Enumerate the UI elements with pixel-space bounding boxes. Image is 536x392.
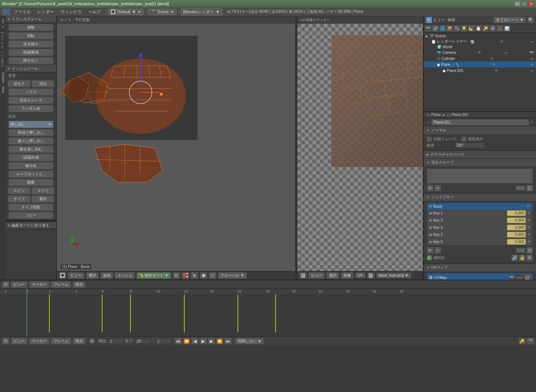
scene-selector[interactable]: 🎬 Scene ✕ (148, 9, 176, 15)
uvmap-special[interactable]: ◻ (524, 274, 531, 280)
image-selector[interactable]: base_man.png ▼ (376, 273, 411, 278)
btn-smooth[interactable]: 頂点スムーズ (8, 96, 54, 104)
btn-select[interactable]: 選択 (86, 272, 99, 279)
btn-screw[interactable]: スクリ (31, 187, 54, 194)
edit-mode-header[interactable]: 編集モードに切り替え (6, 222, 56, 229)
mesh-tools-header[interactable]: メッシュツール (6, 65, 56, 72)
cursor-icon[interactable]: 🖱 (191, 272, 198, 279)
btn-view[interactable]: ビュー (68, 272, 84, 279)
rel-icon1[interactable]: 🔗 (511, 254, 518, 261)
sk-key2-eye[interactable]: 👁 (527, 233, 531, 237)
sk-key3[interactable]: ⬟ Key 3 0.000 👁 (427, 217, 533, 224)
rp-tab-10[interactable]: ⚙ (489, 25, 496, 32)
normal-header[interactable]: ノーマル (424, 127, 536, 134)
eye-camera[interactable]: 👁 (477, 50, 482, 55)
tree-plane[interactable]: ◼ Plane | 🔧 👁 ➔ (424, 61, 536, 67)
magnet-icon[interactable]: 🧲 (182, 272, 189, 279)
tl-icon1[interactable]: 🔑 (518, 338, 526, 345)
end-input[interactable]: 24 (135, 338, 150, 344)
sk-key2-value[interactable]: 0.000 (507, 232, 526, 237)
sk-basis[interactable]: ⬟ Basis 👁 (427, 203, 533, 210)
tree-render-layer[interactable]: 📋 レンダーレイヤー 🔘 👁 ➔ (424, 38, 536, 44)
btn-next-key[interactable]: ⏩ (216, 338, 224, 345)
rp-tab-8[interactable]: 📋 (475, 25, 482, 32)
btn-jump-start[interactable]: ⏮ (175, 338, 182, 345)
sk-add[interactable]: + (427, 247, 433, 254)
uv-icon[interactable]: 🖼 (299, 272, 307, 279)
close-button[interactable]: ✕ (528, 1, 534, 6)
tab-misc[interactable]: Misc (1, 85, 5, 94)
vg-remove[interactable]: − (434, 185, 441, 191)
rp-tab-3[interactable]: 🌐 (439, 25, 446, 32)
tab-su[interactable]: ス (0, 25, 6, 31)
sk-key5-eye[interactable]: 👁 (527, 240, 531, 244)
scene-dropdown[interactable]: 全てのシーン ▼ (493, 17, 526, 23)
btn-tl-view[interactable]: ビュー (11, 281, 28, 288)
btn-tl-play[interactable]: 再生 (73, 281, 86, 288)
sk-key1-value[interactable]: 0.000 (507, 210, 526, 216)
blender-icon[interactable]: 🔵 (2, 8, 10, 15)
sk-key4[interactable]: ⬟ Key 4 0.000 👁 (427, 224, 533, 231)
btn-rotate[interactable]: 回転 (8, 32, 54, 40)
window-controls[interactable]: — □ ✕ (515, 1, 534, 6)
eye-plane001[interactable]: 👁 (494, 68, 499, 73)
btn-duplicate[interactable]: 複製 (8, 179, 54, 186)
rp-search-icon[interactable]: 🔍 (527, 17, 534, 23)
sk-basis-eye[interactable]: 👁 (525, 204, 531, 209)
minimize-button[interactable]: — (515, 1, 521, 6)
uv-mode-icon[interactable]: 🖼 (367, 272, 375, 279)
start-input[interactable]: 1 (109, 338, 124, 344)
current-frame[interactable]: 1 (156, 338, 171, 344)
btn-uv-uv[interactable]: UV (355, 273, 366, 278)
object-name-input[interactable]: Plane.001 (431, 119, 529, 126)
btn-tl-marker[interactable]: マーカー (29, 281, 49, 288)
tab-uv[interactable]: UV (1, 18, 5, 25)
eye-cylinder[interactable]: 👁 (489, 56, 495, 61)
snap-icon[interactable]: ⊙ (173, 272, 180, 279)
sk-key5-value[interactable]: 0.000 (507, 239, 526, 245)
btn-tl-play2[interactable]: 再生 (73, 338, 86, 345)
btn-tl-frame2[interactable]: フレーム (51, 338, 71, 345)
rp-view-label[interactable]: ビュー (433, 17, 445, 23)
tab-special[interactable]: スペシャル (0, 32, 5, 51)
sk-key1-eye[interactable]: 👁 (527, 211, 531, 215)
tree-plane001[interactable]: ◼ Plane.001 👁 ➔ (424, 67, 536, 74)
auto-smooth-checkbox[interactable] (427, 136, 432, 142)
btn-copy[interactable]: コピー (8, 212, 54, 219)
btn-edge[interactable]: 辺をス (8, 80, 31, 87)
texture-space-header[interactable]: テクスチャスペース (424, 151, 536, 158)
tree-cylinder[interactable]: ⬡ Cylinder 👁 ➔ (424, 55, 536, 61)
menu-help[interactable]: ヘルプ (85, 8, 104, 15)
arrow-cylinder[interactable]: ➔ (529, 56, 534, 61)
rp-search-label[interactable]: 検索 (448, 17, 455, 23)
btn-spin[interactable]: スピン (8, 187, 31, 194)
rp-tab-1[interactable]: 📷 (425, 25, 432, 32)
angle-input[interactable]: 180° (455, 142, 485, 148)
tl-icon[interactable]: ⏱ (2, 281, 9, 288)
rp-tab-11[interactable]: 🔺 (496, 25, 503, 32)
sk-key2[interactable]: ⬟ Key 2 0.000 👁 (427, 231, 533, 238)
engine-selector[interactable]: Blenderレンダー ▼ (181, 8, 222, 15)
workspace-selector[interactable]: 🔳 Default ▼ ✕ (108, 9, 144, 15)
arrow-plane001[interactable]: ➔ (529, 68, 534, 73)
btn-next-frame[interactable]: ▶ (208, 338, 215, 345)
sk-remove[interactable]: − (434, 247, 441, 254)
lasso-icon[interactable]: ⬡ (209, 272, 216, 279)
arrow-camera[interactable]: ➔ (503, 50, 508, 55)
breadcrumb-plane[interactable]: Plane (431, 113, 441, 117)
transform-selector[interactable]: グローバル▼ (218, 272, 247, 279)
uvmap-uvmap[interactable]: 🖼 UVMap 📷 —— ◻ (427, 273, 533, 280)
rel-close[interactable]: ✕ (526, 254, 533, 261)
btn-random[interactable]: ランダム化 (8, 105, 54, 112)
btn-uv-view[interactable]: ビュー (308, 272, 325, 279)
sk-key1[interactable]: ⬟ Key 1 0.000 👁 (427, 210, 533, 217)
sk-key5[interactable]: ⬟ Key 5 0.000 👁 (427, 238, 533, 245)
menu-window[interactable]: ウィンドウ (58, 8, 84, 15)
menu-render[interactable]: レンダー (34, 8, 57, 15)
btn-move[interactable]: 移動 (8, 24, 54, 31)
playhead[interactable] (26, 289, 27, 336)
rel-icon2[interactable]: 🔒 (519, 254, 525, 261)
btn-uv-select[interactable]: 選択 (326, 272, 339, 279)
tree-scene[interactable]: ▶ 🎬 Scene (424, 34, 536, 38)
arrow-icon[interactable]: ➔ (529, 39, 534, 44)
